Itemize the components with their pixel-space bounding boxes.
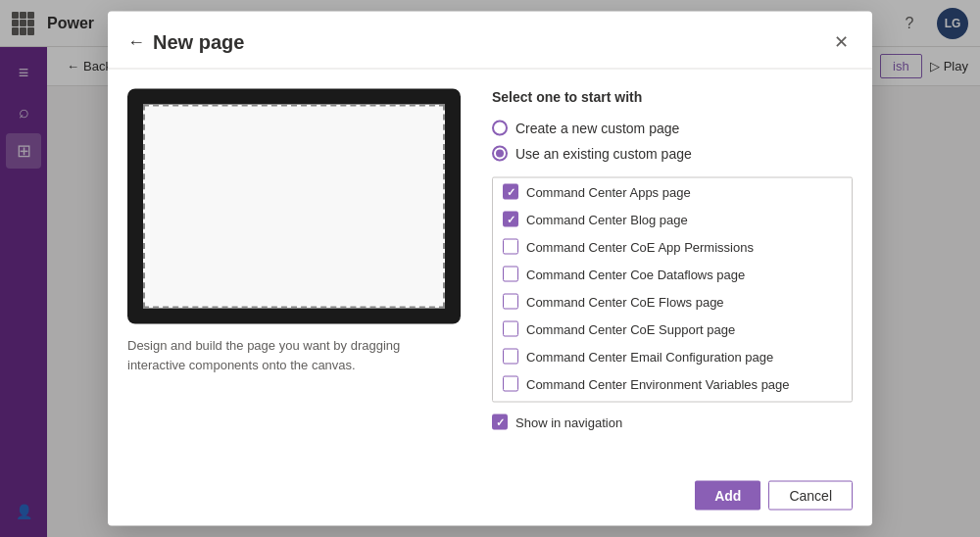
canvas-description: Design and build the page you want by dr… [127, 336, 461, 374]
radio-group: Create a new custom page Use an existing… [492, 121, 853, 162]
canvas-frame [127, 89, 461, 324]
add-button[interactable]: Add [695, 481, 760, 511]
cancel-button[interactable]: Cancel [768, 481, 853, 511]
canvas-inner [143, 105, 445, 309]
dialog-body: Design and build the page you want by dr… [108, 70, 872, 469]
dialog-title: New page [153, 30, 822, 53]
dialog-header: ← New page ✕ [108, 12, 872, 70]
checkbox-support[interactable] [503, 321, 518, 337]
checkbox-email[interactable] [503, 349, 518, 365]
radio-create-custom[interactable]: Create a new custom page [492, 121, 853, 136]
radio-use-existing-input [492, 146, 508, 162]
checkbox-env[interactable] [503, 376, 518, 392]
checkbox-label-email: Command Center Email Configuration page [526, 349, 773, 364]
checkbox-label-dataflows: Command Center Coe Dataflows page [526, 267, 745, 281]
options-panel: Select one to start with Create a new cu… [492, 89, 853, 450]
checkbox-label-flows: Command Center CoE Flows page [526, 294, 724, 309]
list-item[interactable]: Command Center Learn page [493, 398, 852, 403]
list-item[interactable]: Command Center CoE Support page [493, 316, 852, 343]
checkbox-label-blog: Command Center Blog page [526, 212, 688, 226]
checkbox-dataflows[interactable] [503, 267, 518, 282]
checkbox-coe-app[interactable] [503, 239, 518, 255]
list-item[interactable]: Command Center Environment Variables pag… [493, 370, 852, 398]
radio-create-custom-input [492, 121, 508, 136]
show-in-nav-label: Show in navigation [515, 415, 622, 429]
list-item[interactable]: Command Center CoE Flows page [493, 288, 852, 316]
checkbox-label-support: Command Center CoE Support page [526, 321, 735, 336]
radio-use-existing-label: Use an existing custom page [515, 146, 692, 162]
checkbox-label-apps: Command Center Apps page [526, 184, 691, 199]
checkbox-flows[interactable] [503, 294, 518, 310]
dialog-footer: Add Cancel [108, 469, 872, 526]
list-item[interactable]: Command Center Email Configuration page [493, 343, 852, 370]
list-item[interactable]: Command Center Coe Dataflows page [493, 261, 852, 288]
checkbox-apps[interactable] [503, 184, 518, 200]
show-in-nav-row[interactable]: Show in navigation [492, 415, 853, 430]
list-item[interactable]: Command Center Apps page [493, 178, 852, 206]
checkbox-blog[interactable] [503, 212, 518, 227]
checkbox-label-env: Command Center Environment Variables pag… [526, 376, 790, 391]
list-item[interactable]: Command Center CoE App Permissions [493, 233, 852, 261]
new-page-dialog: ← New page ✕ Design and build the page y… [108, 12, 872, 526]
radio-use-existing[interactable]: Use an existing custom page [492, 146, 853, 162]
close-button[interactable]: ✕ [830, 27, 853, 57]
dialog-back-button[interactable]: ← [127, 31, 145, 52]
canvas-preview-panel: Design and build the page you want by dr… [127, 89, 461, 450]
list-item[interactable]: Command Center Blog page [493, 206, 852, 233]
section-title: Select one to start with [492, 89, 853, 105]
radio-create-custom-label: Create a new custom page [515, 121, 679, 136]
checkbox-label-coe-app: Command Center CoE App Permissions [526, 239, 754, 254]
show-in-nav-checkbox[interactable] [492, 415, 508, 430]
page-list-container[interactable]: Command Center Apps pageCommand Center B… [492, 177, 853, 403]
